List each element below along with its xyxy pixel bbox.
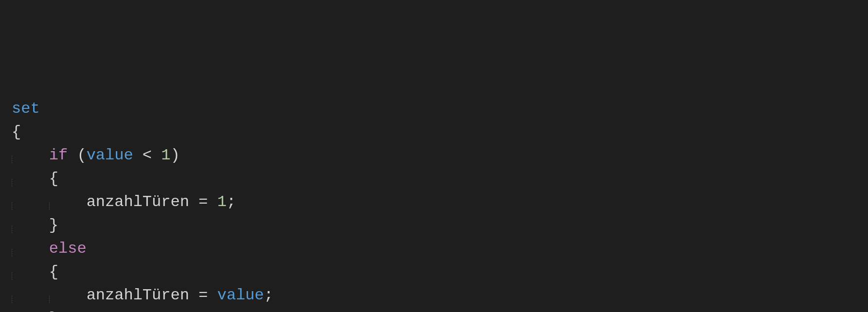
code-line: { xyxy=(12,260,868,284)
keyword-value: value xyxy=(217,286,264,304)
brace-close: } xyxy=(49,310,58,312)
paren-close: ) xyxy=(170,146,180,164)
brace-open: { xyxy=(49,170,58,188)
operator-assign: = xyxy=(199,286,208,304)
brace-open: { xyxy=(49,263,58,281)
identifier: anzahlTüren xyxy=(87,193,189,211)
code-line: { xyxy=(12,167,868,191)
code-line: set xyxy=(12,97,868,121)
code-line: } xyxy=(12,214,868,237)
keyword-else: else xyxy=(49,240,87,258)
operator-lessthan: < xyxy=(143,146,152,164)
operator-assign: = xyxy=(199,193,208,211)
keyword-set: set xyxy=(12,100,40,118)
brace-open: { xyxy=(12,123,21,141)
code-editor-view[interactable]: set{if(value<1){anzahlTüren=1;}else{anza… xyxy=(12,97,868,312)
code-line: anzahlTüren=value; xyxy=(12,284,868,307)
number-literal: 1 xyxy=(217,193,226,211)
code-line: } xyxy=(12,307,868,312)
paren-open: ( xyxy=(77,146,86,164)
semicolon: ; xyxy=(227,193,236,211)
identifier: anzahlTüren xyxy=(87,286,189,304)
brace-close: } xyxy=(49,216,58,234)
code-line: else xyxy=(12,237,868,260)
semicolon: ; xyxy=(264,286,273,304)
number-literal: 1 xyxy=(161,146,170,164)
keyword-if: if xyxy=(49,146,68,164)
code-line: anzahlTüren=1; xyxy=(12,191,868,214)
keyword-value: value xyxy=(87,146,133,164)
code-line: { xyxy=(12,121,868,144)
code-line: if(value<1) xyxy=(12,144,868,167)
